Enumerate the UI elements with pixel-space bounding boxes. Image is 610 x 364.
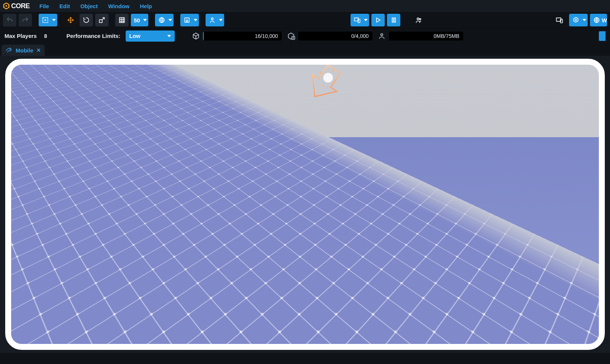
axis-y-label: y xyxy=(44,331,46,335)
pause-icon xyxy=(390,16,397,24)
transform-space-button[interactable] xyxy=(155,14,174,26)
pause-button[interactable] xyxy=(387,14,400,26)
scale-tool-button[interactable] xyxy=(95,14,109,26)
undo-button[interactable] xyxy=(3,14,16,26)
max-players-value[interactable]: 8 xyxy=(42,31,49,41)
play-button[interactable] xyxy=(371,14,385,26)
monitor-mobile-icon xyxy=(555,16,564,24)
svg-point-15 xyxy=(419,19,421,20)
menu-object[interactable]: Object xyxy=(76,1,102,11)
memory-value: 0MB/75MB xyxy=(434,33,459,39)
sky-sphere-gizmo[interactable] xyxy=(355,244,371,259)
redo-icon xyxy=(22,16,29,24)
svg-point-2 xyxy=(6,5,7,7)
cube-icon xyxy=(192,32,200,40)
3d-viewport[interactable]: z x y xyxy=(11,65,599,344)
scale-icon xyxy=(98,16,106,24)
right-edge-button[interactable] xyxy=(599,31,606,41)
performance-limits-select[interactable]: Low xyxy=(126,30,175,42)
people-icon xyxy=(415,16,423,24)
snap-value: 50 xyxy=(134,17,140,23)
networked-count-value: 0/4,000 xyxy=(351,33,369,39)
rotate-icon xyxy=(83,16,90,24)
svg-point-23 xyxy=(321,71,335,84)
performance-limits-value: Low xyxy=(129,33,141,39)
svg-rect-5 xyxy=(99,20,102,22)
memory-stat: 0MB/75MB xyxy=(378,32,463,41)
snap-to-surface-button[interactable] xyxy=(180,14,199,26)
close-tab-icon[interactable]: ✕ xyxy=(36,47,41,53)
play-icon xyxy=(374,16,382,24)
svg-marker-11 xyxy=(377,18,380,22)
menu-edit[interactable]: Edit xyxy=(55,1,74,11)
svg-point-8 xyxy=(211,18,213,20)
devices-icon xyxy=(354,16,361,24)
snap-value-button[interactable]: 50 xyxy=(131,14,148,26)
world-mode-label: W xyxy=(602,17,607,23)
svg-point-18 xyxy=(575,19,577,20)
chevron-down-icon xyxy=(582,19,586,21)
networked-cube-icon xyxy=(287,32,295,40)
svg-point-4 xyxy=(45,20,46,21)
bottom-panel-strip xyxy=(0,353,610,364)
svg-rect-12 xyxy=(392,18,393,22)
performance-limits-label: Performance Limits: xyxy=(67,33,120,39)
axis-z-label: z xyxy=(35,315,37,319)
globe-icon xyxy=(158,16,165,24)
axis-x-label: x xyxy=(46,320,48,324)
svg-point-14 xyxy=(417,18,419,20)
grid-snap-button[interactable] xyxy=(115,14,129,26)
chevron-down-icon xyxy=(219,19,223,21)
svg-line-30 xyxy=(34,326,46,330)
player-spawn-gizmo[interactable] xyxy=(299,199,316,233)
svg-point-21 xyxy=(381,33,383,36)
tab-label: Mobile xyxy=(16,47,33,54)
svg-line-27 xyxy=(334,82,337,84)
character-icon xyxy=(209,16,216,24)
chevron-down-icon xyxy=(143,19,147,21)
mobile-preview-icon xyxy=(5,46,13,54)
axis-gizmo[interactable]: z x y xyxy=(28,313,51,336)
snap-surface-icon xyxy=(183,16,191,24)
undo-icon xyxy=(6,16,13,24)
device-preview-button[interactable] xyxy=(552,14,567,26)
selection-mode-button[interactable] xyxy=(39,14,57,26)
world-mode-button[interactable]: W xyxy=(590,14,607,26)
chevron-down-icon xyxy=(168,19,172,21)
move-tool-button[interactable] xyxy=(64,14,77,26)
svg-line-25 xyxy=(322,84,324,86)
main-toolbar: 50 W xyxy=(0,12,610,28)
tab-mobile[interactable]: Mobile ✕ xyxy=(1,45,45,56)
multiplayer-preview-button[interactable] xyxy=(351,14,369,26)
ground-grid xyxy=(5,59,86,66)
character-tool-button[interactable] xyxy=(206,14,224,26)
svg-line-24 xyxy=(332,69,334,72)
multiplayer-settings-button[interactable] xyxy=(412,14,426,26)
camera-settings-button[interactable] xyxy=(569,14,588,26)
chevron-down-icon xyxy=(194,19,197,21)
menu-help[interactable]: Help xyxy=(135,1,156,11)
directional-light-gizmo[interactable] xyxy=(299,62,348,107)
viewport-panel: z x y xyxy=(0,56,610,353)
svg-marker-29 xyxy=(33,316,35,319)
networked-count-bar: 0/4,000 xyxy=(298,32,372,41)
svg-line-26 xyxy=(319,71,322,73)
svg-rect-3 xyxy=(43,17,48,22)
chevron-down-icon xyxy=(52,19,56,21)
max-players-label: Max Players xyxy=(4,33,37,39)
networked-count-stat: 0/4,000 xyxy=(287,32,372,41)
globe-icon xyxy=(593,16,600,24)
menu-file[interactable]: File xyxy=(35,1,54,11)
info-bar: Max Players 8 Performance Limits: Low 16… xyxy=(0,28,610,43)
move-icon xyxy=(67,16,74,24)
app-name: CORE xyxy=(11,2,30,10)
svg-rect-13 xyxy=(394,18,395,22)
redo-button[interactable] xyxy=(19,14,32,26)
rotate-tool-button[interactable] xyxy=(80,14,93,26)
menu-window[interactable]: Window xyxy=(104,1,134,11)
gear-cube-icon xyxy=(572,16,580,24)
memory-bar: 0MB/75MB xyxy=(389,32,463,41)
tab-strip: Mobile ✕ xyxy=(0,43,610,56)
menu-bar: CORE File Edit Object Window Help xyxy=(0,0,610,12)
chevron-down-icon xyxy=(364,19,368,21)
